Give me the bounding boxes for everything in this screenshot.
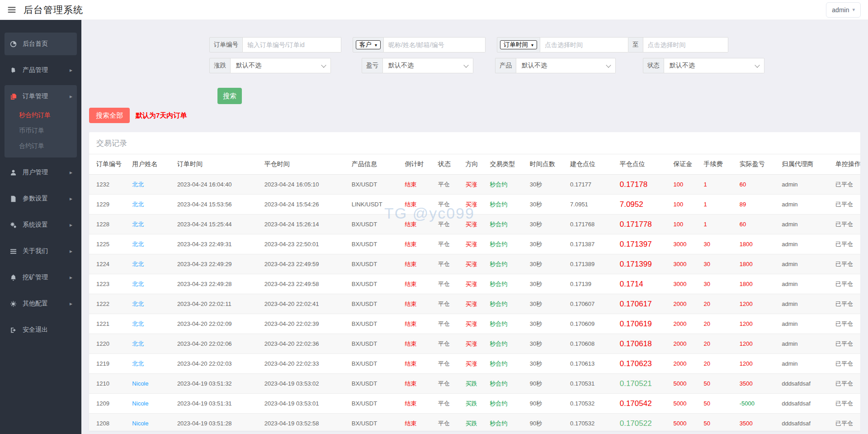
cell-close-point: 0.171399 <box>620 260 652 268</box>
cell-user-name-link[interactable]: 北北 <box>132 360 144 367</box>
sidebar: 后台首页产品管理▸订单管理▸秒合约订单币币订单合约订单用户管理▸参数设置▸系统设… <box>0 20 81 434</box>
sidebar-item-home[interactable]: 后台首页 <box>5 33 77 55</box>
cell-order-id: 1225 <box>96 241 109 248</box>
product-select[interactable]: 默认不选 <box>516 58 616 73</box>
filter-row-2: 涨跌 默认不选 盈亏 默认不选 产品 默认不选 <box>209 58 860 73</box>
caret-right-icon: ▸ <box>70 222 72 228</box>
updown-label: 涨跌 <box>209 58 231 73</box>
cell-order-time: 2023-04-24 15:53:56 <box>177 201 232 208</box>
cell-row-action: 已平仓 <box>835 221 853 228</box>
time-to-input[interactable] <box>643 37 728 52</box>
cell-margin: 2000 <box>674 300 687 307</box>
cell-time-points: 30秒 <box>530 181 542 188</box>
cell-fee: 50 <box>704 420 710 427</box>
cell-user-name-link[interactable]: 北北 <box>132 181 144 188</box>
cell-user-name-link[interactable]: 北北 <box>132 340 144 347</box>
table-row: 1222北北2023-04-20 22:02:112023-04-20 22:0… <box>89 294 860 314</box>
cell-user-name-link[interactable]: 北北 <box>132 241 144 248</box>
sidebar-item-params[interactable]: 参数设置▸ <box>5 187 77 210</box>
sidebar-item-logout[interactable]: 安全退出 <box>5 319 77 341</box>
cell-order-id: 1224 <box>96 261 109 267</box>
caret-right-icon: ▸ <box>70 67 72 73</box>
time-type-select[interactable]: 订单时间 ▾ <box>500 40 537 49</box>
cell-close-point: 0.171397 <box>620 240 652 248</box>
cell-trade-type: 秒合约 <box>490 380 507 387</box>
cell-product-info: BX/USDT <box>352 380 377 387</box>
cell-close-point: 0.170623 <box>620 359 652 368</box>
sidebar-item-users[interactable]: 用户管理▸ <box>5 161 77 184</box>
cell-direction: 买涨 <box>466 340 477 347</box>
sidebar-item-seconds-contract-orders[interactable]: 秒合约订单 <box>5 108 77 123</box>
cell-user-name-link[interactable]: 北北 <box>132 221 144 228</box>
pnl-select[interactable]: 默认不选 <box>383 58 473 73</box>
cell-close-point: 0.170521 <box>620 379 652 388</box>
menu-icon[interactable] <box>7 6 17 14</box>
sidebar-item-about[interactable]: 关于我们▸ <box>5 240 77 262</box>
cell-trade-type: 秒合约 <box>490 300 507 307</box>
cell-row-action: 已平仓 <box>835 400 853 407</box>
cell-fee: 30 <box>704 241 710 248</box>
column-header-5: 倒计时 <box>402 154 435 175</box>
cell-user-name-link[interactable]: 北北 <box>132 261 144 267</box>
user-icon <box>10 169 18 176</box>
search-button[interactable]: 搜索 <box>217 88 242 104</box>
cell-product-info: BX/USDT <box>352 340 377 347</box>
cell-user-name-link[interactable]: 北北 <box>132 201 144 208</box>
cell-countdown: 结束 <box>405 300 417 307</box>
column-header-9: 时间点数 <box>527 154 567 175</box>
cell-order-id: 1232 <box>96 181 109 188</box>
time-from-input[interactable] <box>540 37 628 52</box>
sidebar-item-other[interactable]: 其他配置▸ <box>5 292 77 315</box>
cell-row-action: 已平仓 <box>835 300 853 307</box>
order-no-input[interactable] <box>243 37 341 52</box>
cell-user-name-link[interactable]: 北北 <box>132 320 144 327</box>
time-type-addon: 订单时间 ▾ <box>497 37 540 52</box>
cell-countdown: 结束 <box>405 181 417 188</box>
table-row: 1228北北2023-04-24 15:25:442023-04-24 15:2… <box>89 215 860 234</box>
cell-margin: 100 <box>674 221 684 228</box>
status-filter: 状态 默认不选 <box>643 58 764 73</box>
sidebar-item-coin-orders[interactable]: 币币订单 <box>5 123 77 138</box>
updown-select[interactable]: 默认不选 <box>231 58 331 73</box>
customer-input[interactable] <box>384 37 486 52</box>
filter-form: 订单编号 客户 ▾ 订单时间 ▾ <box>209 37 860 104</box>
table-row: 1221北北2023-04-20 22:02:092023-04-20 22:0… <box>89 314 860 334</box>
cell-time-points: 90秒 <box>530 380 542 387</box>
filter-row-1: 订单编号 客户 ▾ 订单时间 ▾ <box>209 37 860 52</box>
pnl-filter: 盈亏 默认不选 <box>362 58 473 73</box>
cell-countdown: 结束 <box>405 241 417 248</box>
sidebar-item-contract-orders[interactable]: 合约订单 <box>5 138 77 154</box>
sidebar-item-system[interactable]: 系统设置▸ <box>5 214 77 236</box>
sidebar-group-orders: 订单管理▸秒合约订单币币订单合约订单 <box>5 85 77 157</box>
cell-order-time: 2023-04-23 22:49:29 <box>177 261 232 267</box>
cell-agent: admin <box>782 281 797 287</box>
cell-state: 平仓 <box>438 400 450 407</box>
status-select[interactable]: 默认不选 <box>664 58 764 73</box>
customer-type-select[interactable]: 客户 ▾ <box>356 40 381 49</box>
select-caret-icon: ▾ <box>375 43 377 48</box>
cell-user-name-link[interactable]: 北北 <box>132 281 144 287</box>
cell-user-name-link[interactable]: Nicole <box>132 380 148 387</box>
cell-direction: 买涨 <box>466 241 477 248</box>
sidebar-item-orders[interactable]: 订单管理▸ <box>5 85 77 108</box>
cell-pnl: 3500 <box>740 420 753 427</box>
cell-direction: 买涨 <box>466 281 477 287</box>
cell-direction: 买跌 <box>466 400 477 407</box>
cell-user-name-link[interactable]: 北北 <box>132 300 144 307</box>
cell-trade-type: 秒合约 <box>490 340 507 347</box>
sidebar-item-products[interactable]: 产品管理▸ <box>5 59 77 81</box>
cell-product-info: BX/USDT <box>352 241 377 248</box>
gears-icon <box>10 222 18 229</box>
search-all-button[interactable]: 搜索全部 <box>89 108 130 123</box>
user-menu-button[interactable]: admin ▾ <box>826 2 861 18</box>
cell-time-points: 30秒 <box>530 241 542 248</box>
list-icon <box>10 248 18 255</box>
caret-right-icon: ▸ <box>70 248 72 254</box>
sidebar-item-mining[interactable]: 挖矿管理▸ <box>5 266 77 289</box>
cell-order-time: 2023-04-23 22:49:31 <box>177 241 232 248</box>
chevron-down-icon <box>606 62 611 67</box>
cell-user-name-link[interactable]: Nicole <box>132 420 148 427</box>
cell-trade-type: 秒合约 <box>490 241 507 248</box>
cell-order-id: 1219 <box>96 360 109 367</box>
cell-user-name-link[interactable]: Nicole <box>132 400 148 407</box>
